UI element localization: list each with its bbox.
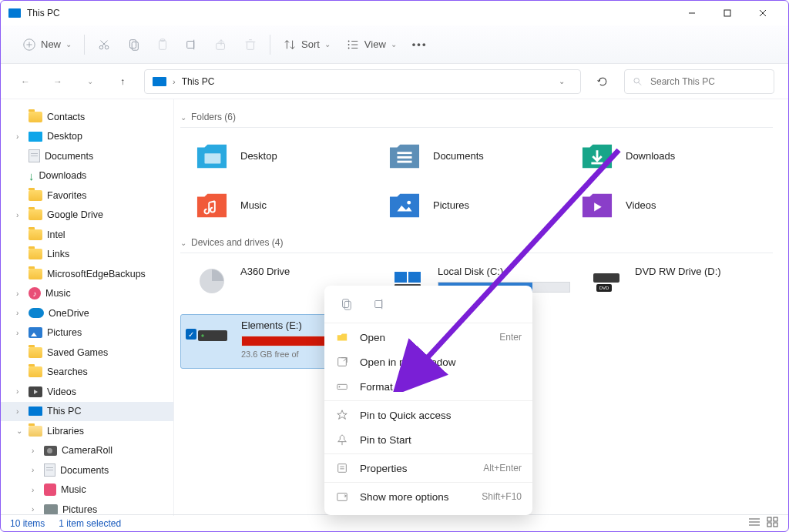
sidebar-item-saved-games[interactable]: Saved Games (1, 343, 173, 363)
svg-point-44 (201, 334, 203, 336)
address-bar[interactable]: › This PC ⌄ (144, 69, 581, 94)
drive-tile-dvd-rw-drive-d-[interactable]: DVDDVD RW Drive (D:) (575, 261, 772, 314)
svg-rect-12 (132, 42, 138, 50)
folder-label: Downloads (626, 150, 675, 162)
context-copy-button[interactable] (335, 293, 357, 315)
context-separator (324, 400, 532, 401)
folder-tile-videos[interactable]: Videos (566, 185, 758, 234)
new-button[interactable]: New ⌄ (15, 33, 79, 56)
sidebar-item-music[interactable]: ›♪Music (1, 284, 173, 304)
search-input[interactable] (650, 76, 766, 87)
context-item-pin-to-quick-access[interactable]: Pin to Quick access (324, 403, 532, 427)
svg-rect-40 (593, 273, 619, 283)
sidebar-item-intel[interactable]: Intel (1, 225, 173, 245)
title-bar: This PC (1, 1, 788, 25)
pictures-icon (29, 327, 42, 338)
status-item-count: 10 items (10, 518, 45, 529)
sidebar-item-label: Desktop (47, 131, 82, 142)
sidebar-item-this-pc[interactable]: ›This PC (1, 402, 173, 422)
share-button[interactable] (206, 33, 236, 56)
folders-group-header[interactable]: ⌄ Folders (6) (180, 112, 773, 128)
more-button[interactable]: ••• (405, 34, 435, 55)
cut-button[interactable] (89, 33, 119, 56)
status-selected-count: 1 item selected (59, 518, 121, 529)
sidebar-item-favorites[interactable]: Favorites (1, 186, 173, 206)
details-view-button[interactable] (748, 517, 760, 530)
delete-button[interactable] (236, 33, 265, 56)
sidebar-item-desktop[interactable]: ›Desktop (1, 127, 173, 147)
documents-icon (29, 149, 40, 162)
svg-rect-13 (159, 40, 166, 49)
context-item-open[interactable]: OpenEnter (324, 325, 532, 350)
folder-tile-music[interactable]: Music (180, 185, 373, 234)
close-button[interactable] (745, 2, 781, 25)
drives-group-header[interactable]: ⌄ Devices and drives (4) (180, 237, 773, 253)
sidebar-item-pictures[interactable]: ›Pictures (1, 500, 173, 516)
refresh-icon (596, 75, 609, 88)
sidebar-item-label: Searches (47, 366, 88, 377)
svg-rect-61 (774, 517, 777, 521)
window-title: This PC (27, 8, 674, 18)
refresh-button[interactable] (592, 75, 613, 88)
sidebar-item-documents[interactable]: ›Documents (1, 460, 173, 480)
sidebar-item-contacts[interactable]: Contacts (1, 107, 173, 127)
sidebar-item-documents[interactable]: Documents (1, 146, 173, 166)
context-item-open-in-new-window[interactable]: Open in new window (324, 350, 532, 374)
sidebar-item-searches[interactable]: Searches (1, 363, 173, 383)
recent-button[interactable]: ⌄ (79, 77, 101, 85)
sidebar-item-google-drive[interactable]: ›Google Drive (1, 206, 173, 226)
videos-folder-icon (579, 189, 615, 220)
folder-tile-documents[interactable]: Documents (373, 136, 566, 185)
context-item-format-[interactable]: Format… (324, 374, 532, 399)
music-icon: ♪ (29, 287, 41, 299)
forward-button[interactable]: → (47, 76, 69, 87)
sidebar-item-label: This PC (47, 406, 81, 417)
sidebar-item-music[interactable]: ›Music (1, 480, 173, 500)
toolbar-separator (84, 35, 85, 55)
svg-rect-15 (187, 41, 194, 48)
navigation-pane[interactable]: Contacts›DesktopDocuments↓DownloadsFavor… (1, 99, 174, 516)
folder-tile-downloads[interactable]: Downloads (566, 136, 758, 185)
view-button[interactable]: View ⌄ (338, 33, 405, 56)
drive-icon: DVD (589, 266, 624, 296)
share-icon (214, 38, 228, 52)
sidebar-item-links[interactable]: Links (1, 245, 173, 265)
sort-button[interactable]: Sort ⌄ (275, 33, 338, 56)
folder-tile-desktop[interactable]: Desktop (180, 136, 373, 185)
chevron-down-icon[interactable]: ⌄ (559, 77, 565, 85)
chevron-icon: › (16, 289, 24, 298)
breadcrumb-this-pc[interactable]: This PC (182, 76, 215, 87)
folder-tile-pictures[interactable]: Pictures (373, 185, 566, 234)
chevron-icon: › (32, 466, 39, 474)
context-item-label: Pin to Start (360, 434, 411, 446)
thumbnails-view-button[interactable] (767, 517, 779, 530)
paste-button[interactable] (148, 33, 177, 56)
up-button[interactable]: ↑ (112, 76, 133, 87)
videos-icon (29, 386, 42, 397)
chevron-down-icon: ⌄ (324, 40, 331, 49)
sidebar-item-microsoftedgebackups[interactable]: MicrosoftEdgeBackups (1, 264, 173, 284)
search-box[interactable] (624, 69, 774, 94)
sidebar-item-videos[interactable]: ›Videos (1, 382, 173, 402)
context-item-properties[interactable]: PropertiesAlt+Enter (324, 456, 532, 480)
sidebar-item-pictures[interactable]: ›Pictures (1, 323, 173, 343)
context-item-pin-to-start[interactable]: Pin to Start (324, 427, 532, 452)
sidebar-item-downloads[interactable]: ↓Downloads (1, 166, 173, 186)
rename-button[interactable] (177, 33, 206, 56)
copy-button[interactable] (119, 33, 148, 56)
svg-point-51 (339, 386, 341, 388)
maximize-button[interactable] (710, 2, 745, 25)
context-item-show-more-options[interactable]: Show more optionsShift+F10 (324, 484, 532, 509)
sidebar-item-libraries[interactable]: ⌄Libraries (1, 421, 173, 441)
context-rename-button[interactable] (369, 293, 391, 315)
back-button[interactable]: ← (15, 76, 36, 87)
minimize-button[interactable] (674, 2, 710, 25)
sidebar-item-cameraroll[interactable]: ›CameraRoll (1, 441, 173, 461)
pictures-lib-icon (44, 504, 58, 515)
folder-icon (29, 269, 42, 279)
cameraroll-icon (44, 446, 57, 456)
desktop-icon (29, 132, 42, 142)
sidebar-item-onedrive[interactable]: ›OneDrive (1, 303, 173, 323)
folder-icon (29, 249, 42, 259)
sidebar-item-label: Videos (47, 386, 76, 397)
